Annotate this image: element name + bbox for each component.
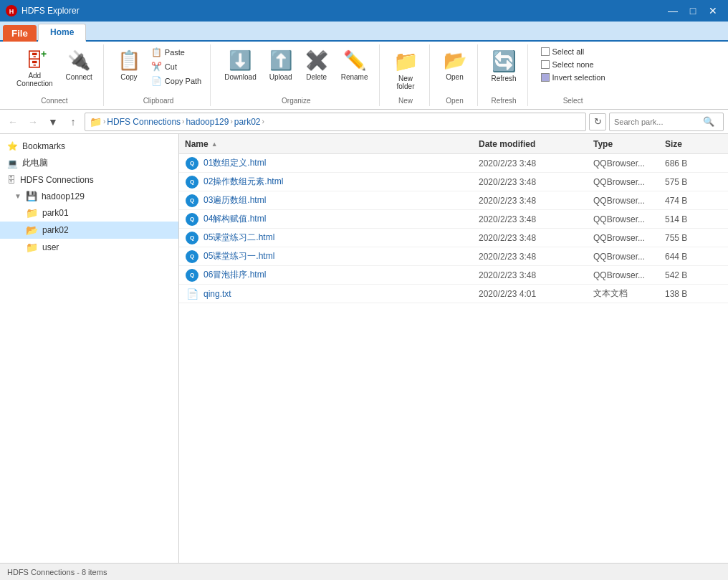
new-items: 📁 Newfolder [388, 46, 423, 94]
select-none-button[interactable]: Select none [537, 59, 610, 70]
table-row[interactable]: 📄 qing.txt 2020/2/23 4:01 文本文档 138 B [179, 285, 728, 303]
col-header-name[interactable]: Name ▲ [185, 139, 479, 149]
upload-button[interactable]: ⬆️ Upload [264, 46, 297, 85]
file-type: 文本文档 [593, 287, 665, 300]
up-button[interactable]: ↑ [64, 113, 82, 130]
tab-file[interactable]: File [3, 25, 37, 42]
forward-button[interactable]: → [24, 113, 42, 130]
search-icon[interactable]: 🔍 [703, 116, 714, 127]
sidebar-item-hadoop129[interactable]: ▼ 💾 hadoop129 [0, 188, 178, 204]
file-date: 2020/2/23 3:48 [479, 158, 593, 168]
add-connection-label: AddConnection [16, 72, 53, 87]
sidebar-item-park01[interactable]: 📁 park01 [0, 204, 178, 222]
select-none-checkbox [541, 60, 550, 69]
breadcrumb-folder-icon: 📁 [90, 116, 102, 128]
file-date: 2020/2/23 3:48 [479, 214, 593, 224]
sidebar-item-computer[interactable]: 💻 此电脑 [0, 154, 178, 172]
breadcrumb-hdfs-connections[interactable]: HDFS Connections [107, 117, 181, 127]
open-button[interactable]: 📂 Open [439, 46, 471, 85]
address-refresh-button[interactable]: ↻ [589, 113, 606, 130]
tab-home[interactable]: Home [38, 24, 86, 42]
table-row[interactable]: Q 03遍历数组.html 2020/2/23 3:48 QQBrowser..… [179, 191, 728, 210]
status-text: HDFS Connections - 8 items [7, 568, 107, 576]
title-bar: H HDFS Explorer — □ ✕ [0, 0, 728, 22]
app-title: HDFS Explorer [21, 6, 80, 16]
connect-label: Connect [66, 73, 92, 81]
col-header-date[interactable]: Date modified [479, 139, 593, 149]
maximize-button[interactable]: □ [684, 3, 702, 19]
back-button[interactable]: ← [4, 113, 21, 130]
file-name: 02操作数组元素.html [203, 176, 479, 188]
minimize-button[interactable]: — [664, 3, 682, 19]
select-items: Select all Select none Invert selection [537, 46, 610, 83]
new-folder-button[interactable]: 📁 Newfolder [388, 46, 423, 94]
close-button[interactable]: ✕ [704, 3, 722, 19]
paste-button[interactable]: 📋 Paste [148, 46, 204, 59]
file-type: QQBrowser... [593, 252, 665, 262]
open-items: 📂 Open [439, 46, 471, 94]
sort-indicator: ▲ [211, 141, 218, 148]
table-row[interactable]: Q 05课堂练习一.html 2020/2/23 3:48 QQBrowser.… [179, 247, 728, 266]
breadcrumb-hadoop129[interactable]: hadoop129 [186, 117, 229, 127]
sidebar-item-user[interactable]: 📁 user [0, 239, 178, 256]
file-list: Name ▲ Date modified Type Size Q 01数组定义.… [179, 134, 728, 563]
hdfs-connections-label: HDFS Connections [20, 175, 94, 185]
refresh-items: 🔄 Refresh [487, 46, 522, 94]
html-file-icon: Q [185, 249, 199, 264]
rename-button[interactable]: ✏️ Rename [336, 46, 373, 85]
copy-path-label: Copy Path [165, 77, 201, 85]
file-rows-container: Q 01数组定义.html 2020/2/23 3:48 QQBrowser..… [179, 154, 728, 303]
file-name: 05课堂练习一.html [203, 250, 479, 262]
file-size: 644 B [665, 252, 722, 262]
hadoop129-expand-icon: ▼ [14, 192, 21, 200]
table-row[interactable]: Q 02操作数组元素.html 2020/2/23 3:48 QQBrowser… [179, 173, 728, 191]
park02-folder-icon: 📂 [26, 224, 38, 236]
table-row[interactable]: Q 05课堂练习二.html 2020/2/23 3:48 QQBrowser.… [179, 229, 728, 247]
sidebar-item-park02[interactable]: 📂 park02 [0, 222, 178, 239]
col-size-label: Size [665, 139, 682, 149]
copy-path-button[interactable]: 📄 Copy Path [148, 75, 204, 87]
search-input[interactable] [614, 118, 700, 126]
dropdown-button[interactable]: ▼ [44, 113, 62, 130]
col-header-size[interactable]: Size [665, 139, 722, 149]
breadcrumb: 📁 › HDFS Connections › hadoop129 › park0… [85, 113, 586, 131]
star-icon: ⭐ [7, 141, 18, 151]
file-list-header: Name ▲ Date modified Type Size [179, 134, 728, 154]
ribbon-group-organize: ⬇️ Download ⬆️ Upload ✖️ Delete ✏️ Renam… [214, 44, 379, 106]
file-date: 2020/2/23 3:48 [479, 270, 593, 280]
breadcrumb-park02[interactable]: park02 [234, 117, 261, 127]
plus-icon: + [41, 48, 47, 60]
invert-selection-button[interactable]: Invert selection [537, 72, 610, 83]
file-name: 04解构赋值.html [203, 213, 479, 225]
table-row[interactable]: Q 04解构赋值.html 2020/2/23 3:48 QQBrowser..… [179, 210, 728, 229]
table-row[interactable]: Q 06冒泡排序.html 2020/2/23 3:48 QQBrowser..… [179, 266, 728, 285]
col-date-label: Date modified [479, 139, 535, 149]
file-type: QQBrowser... [593, 177, 665, 187]
html-file-icon: Q [185, 194, 199, 208]
delete-label: Delete [306, 73, 327, 81]
copy-icon: 📋 [118, 49, 140, 72]
connect-icon: 🔌 [67, 49, 90, 72]
copy-button[interactable]: 📋 Copy [112, 46, 145, 85]
search-box: 🔍 [609, 113, 724, 131]
cut-button[interactable]: ✂️ Cut [148, 60, 204, 73]
select-all-checkbox [541, 47, 550, 56]
refresh-button[interactable]: 🔄 Refresh [487, 46, 522, 86]
table-row[interactable]: Q 01数组定义.html 2020/2/23 3:48 QQBrowser..… [179, 154, 728, 173]
delete-button[interactable]: ✖️ Delete [300, 46, 333, 85]
upload-label: Upload [269, 73, 292, 81]
col-name-label: Name [185, 139, 209, 149]
open-label: Open [446, 73, 463, 81]
connect-button[interactable]: 🔌 Connect [61, 46, 97, 85]
col-header-type[interactable]: Type [593, 139, 665, 149]
select-all-button[interactable]: Select all [537, 46, 610, 57]
sidebar-item-hdfs-connections[interactable]: 🗄 HDFS Connections [0, 172, 178, 188]
refresh-label: Refresh [492, 75, 517, 82]
add-connection-button[interactable]: 🗄 + AddConnection [11, 46, 58, 91]
hdd-icon: 🗄 [7, 175, 16, 185]
invert-selection-label: Invert selection [552, 73, 605, 82]
download-button[interactable]: ⬇️ Download [219, 46, 261, 85]
html-file-icon: Q [185, 231, 199, 245]
user-label: user [42, 242, 59, 252]
sidebar-item-bookmarks[interactable]: ⭐ Bookmarks [0, 138, 178, 154]
